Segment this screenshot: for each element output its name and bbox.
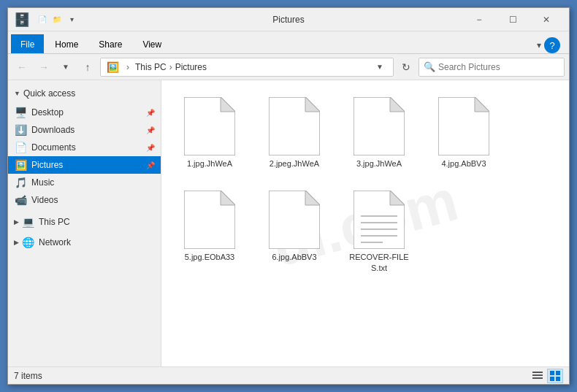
status-count: 7 items: [14, 371, 530, 381]
back-button[interactable]: ←: [12, 58, 31, 77]
forward-button[interactable]: →: [34, 58, 53, 77]
maximize-button[interactable]: ☐: [496, 8, 530, 31]
path-dropdown-btn[interactable]: ▼: [372, 63, 387, 71]
path-sep1: ›: [126, 62, 129, 72]
svg-marker-3: [305, 97, 320, 112]
quick-access-expand-icon: ▼: [14, 90, 20, 97]
sidebar-item-documents[interactable]: 📄 Documents 📌: [8, 139, 161, 156]
file-item-3[interactable]: 3.jpg.JhWeA: [343, 92, 416, 174]
file-name-1: 1.jpg.JhWeA: [187, 158, 232, 169]
tab-view[interactable]: View: [133, 34, 171, 53]
quick-access-header[interactable]: ▼ Quick access: [8, 83, 161, 104]
search-box[interactable]: 🔍: [419, 58, 565, 77]
videos-icon: 📹: [14, 193, 27, 207]
sidebar: ▼ Quick access 🖥️ Desktop 📌 ⬇️ Downloads…: [8, 80, 161, 366]
search-icon: 🔍: [424, 61, 435, 72]
view-buttons: [530, 369, 563, 383]
file-icon-4: [438, 97, 489, 155]
expand-chevron-icon[interactable]: ▾: [537, 40, 541, 50]
this-pc-header[interactable]: ▶ 💻 This PC: [8, 212, 161, 232]
svg-marker-13: [390, 191, 405, 205]
desktop-icon: 🖥️: [14, 106, 27, 119]
svg-rect-22: [550, 371, 554, 375]
window-icon: 🗄️: [14, 12, 30, 28]
tab-share[interactable]: Share: [89, 34, 131, 53]
sidebar-downloads-label: Downloads: [31, 125, 74, 135]
file-item-1[interactable]: 1.jpg.JhWeA: [173, 92, 246, 174]
network-header[interactable]: ▶ 🌐 Network: [8, 232, 161, 253]
sidebar-music-label: Music: [31, 177, 54, 188]
pin-icon-documents: 📌: [146, 144, 155, 152]
address-path[interactable]: 🖼️ › This PC › Pictures ▼: [100, 58, 394, 77]
sidebar-desktop-label: Desktop: [31, 107, 64, 118]
sidebar-item-music[interactable]: 🎵 Music: [8, 174, 161, 191]
explorer-window: 🗄️ 📄 📁 ▾ Pictures − ☐ ✕ File Home Share …: [7, 7, 570, 385]
tiles-view-button[interactable]: [547, 369, 563, 383]
qat-dropdown-btn[interactable]: ▾: [65, 13, 78, 26]
file-item-4[interactable]: 4.jpg.AbBV3: [427, 92, 500, 174]
network-icon: 🌐: [22, 237, 34, 248]
pin-icon-downloads: 📌: [146, 126, 155, 134]
quick-access-toolbar: 📄 📁 ▾: [36, 13, 78, 26]
file-area: dl.com 1.jpg.JhWeA: [161, 80, 569, 366]
svg-marker-11: [305, 191, 320, 205]
help-icon[interactable]: ?: [544, 37, 560, 53]
svg-marker-7: [475, 97, 489, 112]
file-icon-5: [184, 191, 235, 249]
path-sep2: ›: [169, 62, 172, 72]
file-name-4: 4.jpg.AbBV3: [441, 158, 486, 169]
file-item-2[interactable]: 2.jpeg.JhWeA: [258, 92, 331, 174]
tab-home[interactable]: Home: [45, 34, 88, 53]
file-name-6: 6.jpg.AbBV3: [272, 252, 316, 262]
pin-icon-pictures: 📌: [146, 161, 155, 169]
music-icon: 🎵: [14, 176, 27, 189]
file-icon-1: [184, 97, 235, 155]
pictures-icon: 🖼️: [14, 158, 27, 172]
file-item-7[interactable]: RECOVER-FILES.txt: [343, 185, 416, 278]
minimize-button[interactable]: −: [462, 8, 496, 31]
close-button[interactable]: ✕: [530, 8, 563, 31]
refresh-button[interactable]: ↻: [397, 58, 416, 77]
list-view-button[interactable]: [530, 369, 546, 383]
file-item-6[interactable]: 6.jpg.AbBV3: [258, 185, 331, 278]
qat-properties-btn[interactable]: 📄: [36, 13, 49, 26]
svg-rect-25: [556, 377, 560, 381]
up-button[interactable]: ↑: [78, 58, 97, 77]
network-expand-icon: ▶: [14, 239, 19, 246]
this-pc-label: This PC: [39, 217, 70, 227]
documents-icon: 📄: [14, 141, 27, 154]
file-icon-2: [269, 97, 320, 155]
sidebar-item-downloads[interactable]: ⬇️ Downloads 📌: [8, 121, 161, 139]
path-pictures[interactable]: Pictures: [175, 62, 207, 72]
qat-folder-btn[interactable]: 📁: [50, 13, 64, 26]
path-this-pc[interactable]: This PC: [135, 62, 167, 72]
network-label: Network: [39, 237, 71, 247]
title-bar: 🗄️ 📄 📁 ▾ Pictures − ☐ ✕: [8, 8, 569, 31]
file-name-3: 3.jpg.JhWeA: [356, 158, 402, 169]
sidebar-item-desktop[interactable]: 🖥️ Desktop 📌: [8, 104, 161, 121]
ribbon: File Home Share View ▾ ?: [8, 31, 569, 54]
svg-marker-9: [221, 191, 235, 205]
file-item-5[interactable]: 5.jpg.EObA33: [173, 185, 246, 278]
sidebar-documents-label: Documents: [31, 142, 76, 153]
window-controls: − ☐ ✕: [462, 8, 563, 31]
address-bar: ← → ▼ ↑ 🖼️ › This PC › Pictures ▼ ↻ 🔍: [8, 54, 569, 80]
this-pc-expand-icon: ▶: [14, 218, 19, 226]
file-name-5: 5.jpg.EObA33: [185, 252, 235, 262]
svg-rect-19: [532, 372, 543, 373]
svg-marker-1: [221, 97, 235, 112]
status-bar: 7 items: [8, 366, 569, 384]
window-title: Pictures: [272, 15, 304, 25]
recent-button[interactable]: ▼: [56, 58, 75, 77]
title-bar-icons: 🗄️: [14, 12, 30, 28]
pin-icon-desktop: 📌: [146, 109, 155, 117]
file-icon-7: [354, 191, 405, 249]
file-name-7: RECOVER-FILES.txt: [348, 252, 410, 273]
search-input[interactable]: [438, 62, 559, 72]
sidebar-videos-label: Videos: [31, 195, 58, 205]
main-content: ▼ Quick access 🖥️ Desktop 📌 ⬇️ Downloads…: [8, 80, 569, 366]
tab-file[interactable]: File: [11, 34, 44, 53]
sidebar-item-pictures[interactable]: 🖼️ Pictures 📌: [8, 156, 161, 174]
sidebar-pictures-label: Pictures: [31, 160, 63, 170]
sidebar-item-videos[interactable]: 📹 Videos: [8, 191, 161, 209]
